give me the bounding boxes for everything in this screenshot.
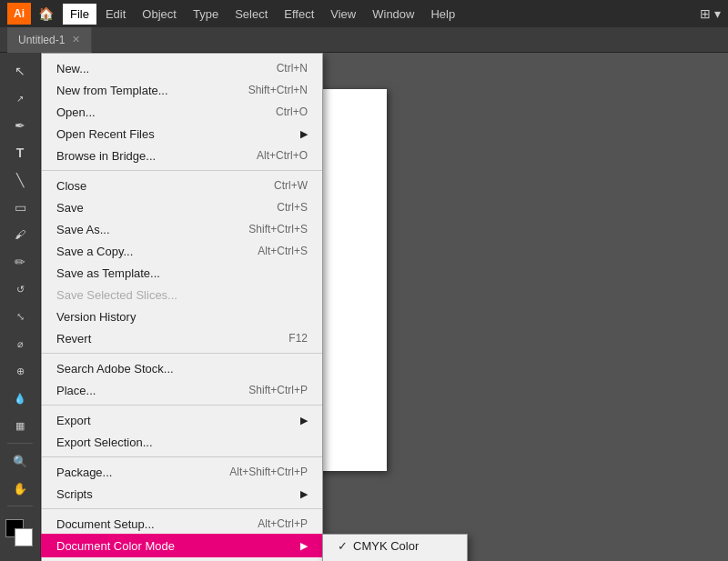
toolbar: ↖ ↗ ✒ T ╲ ▭ 🖌 ✏ ↺ ⤡ ⌀ ⊕ 💧 ▦ 🔍 ✋: [0, 53, 41, 561]
menu-scripts-label: Scripts: [56, 487, 293, 501]
menu-open-shortcut: Ctrl+O: [276, 105, 308, 118]
tool-hand[interactable]: ✋: [5, 476, 35, 501]
menu-section-4: Export ▶ Export Selection...: [42, 406, 322, 457]
menu-document-color-mode-label: Document Color Mode: [56, 539, 293, 553]
menu-open-recent-label: Open Recent Files: [56, 127, 293, 141]
ai-logo: Ai: [7, 3, 31, 25]
menu-new-template-shortcut: Shift+Ctrl+N: [248, 84, 308, 96]
menu-export-label: Export: [56, 414, 293, 427]
menu-document-color-mode[interactable]: Document Color Mode ▶ CMYK Color RGB Col…: [42, 535, 322, 556]
menu-object[interactable]: Object: [135, 4, 184, 25]
menu-revert[interactable]: Revert F12: [42, 327, 322, 349]
menu-section-6: Document Setup... Alt+Ctrl+P Document Co…: [42, 509, 322, 561]
tool-gradient[interactable]: ▦: [5, 413, 35, 438]
menu-close-label: Close: [56, 179, 256, 193]
tab-label: Untitled-1: [18, 34, 65, 46]
menu-new[interactable]: New... Ctrl+N: [42, 57, 322, 79]
tool-warp[interactable]: ⌀: [5, 331, 35, 356]
menu-save-selected: Save Selected Slices...: [42, 284, 322, 306]
workspace-icon[interactable]: ⊞ ▾: [700, 6, 721, 21]
menu-place-shortcut: Shift+Ctrl+P: [248, 384, 308, 396]
tool-eyedropper[interactable]: 💧: [5, 386, 35, 411]
submenu-rgb[interactable]: RGB Color: [323, 557, 467, 561]
menu-save-selected-label: Save Selected Slices...: [56, 288, 308, 302]
menu-package-label: Package...: [56, 466, 211, 479]
menu-open-recent[interactable]: Open Recent Files ▶: [42, 123, 322, 145]
menu-new-label: New...: [56, 62, 258, 75]
menu-browse-bridge-shortcut: Alt+Ctrl+O: [257, 149, 308, 162]
menu-file-info[interactable]: File Info... Alt+Shift+Ctrl+I: [42, 556, 322, 561]
menu-effect[interactable]: Effect: [277, 4, 321, 25]
menu-bar-right: ⊞ ▾: [700, 6, 721, 21]
tool-shape-builder[interactable]: ⊕: [5, 358, 35, 384]
menu-export-selection-label: Export Selection...: [56, 436, 308, 449]
menu-save-as-shortcut: Shift+Ctrl+S: [248, 223, 308, 235]
menu-window[interactable]: Window: [365, 4, 421, 25]
tool-select[interactable]: ↖: [5, 58, 35, 84]
menu-view[interactable]: View: [323, 4, 363, 25]
tool-separator-2: [7, 506, 33, 506]
menu-type[interactable]: Type: [186, 4, 226, 25]
menu-edit[interactable]: Edit: [98, 4, 133, 25]
menu-open-recent-arrow: ▶: [300, 128, 308, 140]
tool-pen[interactable]: ✒: [5, 113, 35, 138]
menu-close[interactable]: Close Ctrl+W: [42, 175, 322, 196]
tab-bar: Untitled-1 ✕: [0, 27, 728, 53]
menu-file[interactable]: File: [63, 4, 96, 25]
menu-new-template-label: New from Template...: [56, 84, 230, 97]
menu-browse-bridge-label: Browse in Bridge...: [56, 149, 238, 163]
tool-paintbrush[interactable]: 🖌: [5, 222, 35, 247]
menu-select[interactable]: Select: [228, 4, 275, 25]
menu-search-stock[interactable]: Search Adobe Stock...: [42, 357, 322, 379]
menu-save-as[interactable]: Save As... Shift+Ctrl+S: [42, 218, 322, 240]
menu-save[interactable]: Save Ctrl+S: [42, 196, 322, 218]
menu-section-3: Search Adobe Stock... Place... Shift+Ctr…: [42, 354, 322, 406]
menu-save-copy[interactable]: Save a Copy... Alt+Ctrl+S: [42, 240, 322, 262]
tool-rectangle[interactable]: ▭: [5, 195, 35, 220]
menu-help[interactable]: Help: [423, 4, 462, 25]
menu-save-label: Save: [56, 201, 258, 215]
menu-export-arrow: ▶: [300, 415, 308, 426]
menu-section-5: Package... Alt+Shift+Ctrl+P Scripts ▶: [42, 457, 322, 509]
menu-export-selection[interactable]: Export Selection...: [42, 431, 322, 453]
menu-save-template[interactable]: Save as Template...: [42, 262, 322, 284]
menu-export[interactable]: Export ▶: [42, 409, 322, 431]
submenu-cmyk[interactable]: CMYK Color: [323, 535, 467, 557]
menu-document-setup[interactable]: Document Setup... Alt+Ctrl+P: [42, 513, 322, 535]
tool-zoom[interactable]: 🔍: [5, 448, 35, 474]
menu-version-history[interactable]: Version History: [42, 306, 322, 327]
menu-scripts[interactable]: Scripts ▶: [42, 483, 322, 505]
menu-place[interactable]: Place... Shift+Ctrl+P: [42, 379, 322, 401]
background-swatch[interactable]: [15, 528, 33, 546]
menu-browse-bridge[interactable]: Browse in Bridge... Alt+Ctrl+O: [42, 145, 322, 166]
tool-type[interactable]: T: [5, 140, 35, 165]
submenu-cmyk-label: CMYK Color: [353, 539, 419, 553]
content-area: New... Ctrl+N New from Template... Shift…: [41, 53, 728, 561]
tool-separator: [7, 443, 33, 444]
menu-document-setup-shortcut: Alt+Ctrl+P: [258, 517, 308, 530]
file-dropdown-menu: New... Ctrl+N New from Template... Shift…: [41, 53, 323, 561]
menu-save-template-label: Save as Template...: [56, 266, 308, 280]
tool-pencil[interactable]: ✏: [5, 249, 35, 275]
menu-open[interactable]: Open... Ctrl+O: [42, 101, 322, 123]
main-area: ↖ ↗ ✒ T ╲ ▭ 🖌 ✏ ↺ ⤡ ⌀ ⊕ 💧 ▦ 🔍 ✋: [0, 53, 728, 561]
menu-close-shortcut: Ctrl+W: [274, 179, 308, 192]
menu-package[interactable]: Package... Alt+Shift+Ctrl+P: [42, 461, 322, 483]
document-tab[interactable]: Untitled-1 ✕: [7, 27, 92, 53]
tool-rotate[interactable]: ↺: [5, 276, 35, 302]
menu-document-setup-label: Document Setup...: [56, 517, 239, 531]
menu-save-shortcut: Ctrl+S: [277, 201, 308, 214]
menu-save-as-label: Save As...: [56, 223, 230, 236]
menu-save-copy-label: Save a Copy...: [56, 245, 239, 258]
menu-save-copy-shortcut: Alt+Ctrl+S: [258, 245, 308, 257]
menu-bar: Ai 🏠 File Edit Object Type Select Effect…: [0, 0, 728, 27]
tool-scale[interactable]: ⤡: [5, 304, 35, 329]
menu-new-template[interactable]: New from Template... Shift+Ctrl+N: [42, 79, 322, 101]
tool-line[interactable]: ╲: [5, 167, 35, 193]
home-icon[interactable]: 🏠: [38, 6, 54, 21]
color-swatches[interactable]: [5, 519, 35, 556]
menu-open-label: Open...: [56, 105, 258, 119]
tool-direct-select[interactable]: ↗: [5, 85, 35, 111]
tab-close[interactable]: ✕: [72, 34, 80, 45]
menu-scripts-arrow: ▶: [300, 488, 308, 500]
